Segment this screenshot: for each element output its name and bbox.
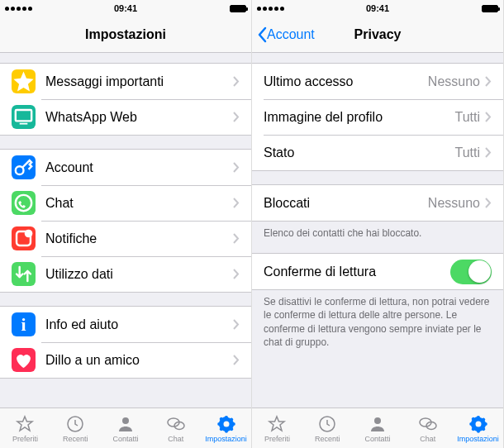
- cell-tell-friend[interactable]: Dillo a un amico: [0, 342, 251, 378]
- settings-group-2: Account Chat Notifiche: [0, 149, 251, 293]
- tab-label: Impostazioni: [205, 435, 247, 443]
- tab-chat[interactable]: Chat: [402, 408, 453, 448]
- nav-bar: Impostazioni: [0, 17, 251, 53]
- cell-label: Immagine del profilo: [264, 110, 454, 125]
- cell-label: Chat: [45, 196, 233, 211]
- tab-settings[interactable]: Impostazioni: [201, 408, 251, 448]
- cell-data-usage[interactable]: Utilizzo dati: [0, 256, 251, 292]
- tab-label: Impostazioni: [457, 435, 499, 443]
- cell-whatsapp-web[interactable]: WhatsApp Web: [0, 99, 251, 135]
- cell-account[interactable]: Account: [0, 150, 251, 185]
- chevron-right-icon: [233, 355, 240, 365]
- svg-rect-1: [20, 123, 28, 125]
- cell-profile-photo[interactable]: Immagine del profilo Tutti: [252, 99, 503, 135]
- tab-label: Contatti: [364, 435, 390, 443]
- tab-label: Preferiti: [12, 435, 38, 443]
- cell-label: Notifiche: [45, 231, 233, 246]
- chevron-right-icon: [233, 198, 240, 208]
- tab-label: Preferiti: [264, 435, 290, 443]
- chevron-right-icon: [233, 269, 240, 279]
- cell-value: Tutti: [454, 110, 480, 125]
- page-title: Privacy: [354, 27, 402, 42]
- notification-icon: [12, 226, 36, 250]
- status-time: 09:41: [114, 3, 137, 13]
- heart-icon: [12, 348, 36, 372]
- cell-last-seen[interactable]: Ultimo accesso Nessuno: [252, 64, 503, 99]
- battery-icon: [230, 5, 246, 12]
- chevron-right-icon: [233, 162, 240, 173]
- cell-status[interactable]: Stato Tutti: [252, 135, 503, 170]
- svg-point-14: [374, 417, 381, 424]
- cell-value: Nessuno: [428, 74, 480, 89]
- cell-starred-messages[interactable]: Messaggi importanti: [0, 64, 251, 99]
- chevron-right-icon: [233, 112, 240, 122]
- page-title: Impostazioni: [85, 27, 166, 42]
- tab-bar: Preferiti Recenti Contatti Chat Impostaz…: [252, 407, 503, 448]
- screen-settings: 09:41 Impostazioni Messaggi importanti W…: [0, 0, 252, 448]
- chevron-right-icon: [485, 198, 492, 208]
- status-bar: 09:41: [252, 0, 503, 17]
- star-icon: [12, 69, 36, 93]
- tab-favorites[interactable]: Preferiti: [252, 408, 302, 448]
- cell-value: Nessuno: [428, 196, 480, 211]
- tab-chat[interactable]: Chat: [150, 408, 201, 448]
- nav-bar: Account Privacy: [252, 17, 503, 53]
- cell-label: Bloccati: [264, 196, 428, 211]
- cell-label: Utilizzo dati: [45, 267, 233, 282]
- svg-point-12: [223, 421, 229, 427]
- tab-contacts[interactable]: Contatti: [353, 408, 403, 448]
- chevron-right-icon: [233, 319, 240, 330]
- cell-label: Dillo a un amico: [45, 353, 233, 368]
- tab-favorites[interactable]: Preferiti: [0, 408, 50, 448]
- tab-bar: Preferiti Recenti Contatti Chat Impostaz…: [0, 407, 251, 448]
- tab-recents[interactable]: Recenti: [50, 408, 101, 448]
- key-icon: [12, 155, 36, 179]
- screen-privacy: 09:41 Account Privacy Ultimo accesso Nes…: [252, 0, 504, 448]
- privacy-group-blocked: Bloccati Nessuno: [252, 184, 503, 222]
- chevron-right-icon: [233, 233, 240, 244]
- info-icon: i: [12, 312, 36, 336]
- tab-label: Recenti: [63, 435, 88, 443]
- chevron-right-icon: [485, 112, 492, 122]
- signal-dots-icon: [5, 7, 32, 11]
- tab-label: Chat: [168, 435, 183, 443]
- cell-label: WhatsApp Web: [45, 110, 233, 125]
- blocked-footer: Elenco dei contatti che hai bloccato.: [252, 222, 503, 240]
- cell-value: Tutti: [454, 145, 480, 160]
- settings-content: Messaggi importanti WhatsApp Web Account: [0, 53, 251, 407]
- svg-point-5: [25, 230, 33, 238]
- tab-settings[interactable]: Impostazioni: [453, 408, 503, 448]
- cell-label: Messaggi importanti: [45, 74, 233, 89]
- status-time: 09:41: [366, 3, 389, 13]
- cell-notifications[interactable]: Notifiche: [0, 221, 251, 256]
- read-receipts-switch[interactable]: [450, 260, 492, 284]
- signal-dots-icon: [257, 7, 284, 11]
- privacy-content: Ultimo accesso Nessuno Immagine del prof…: [252, 53, 503, 407]
- tab-contacts[interactable]: Contatti: [101, 408, 151, 448]
- chevron-right-icon: [485, 76, 492, 87]
- cell-blocked[interactable]: Bloccati Nessuno: [252, 185, 503, 221]
- svg-point-17: [475, 421, 481, 427]
- cell-info-help[interactable]: i Info ed aiuto: [0, 307, 251, 342]
- tab-label: Recenti: [315, 435, 340, 443]
- tab-recents[interactable]: Recenti: [302, 408, 353, 448]
- svg-point-2: [16, 166, 24, 174]
- back-button[interactable]: Account: [257, 26, 315, 43]
- svg-text:i: i: [21, 315, 26, 335]
- chevron-right-icon: [485, 147, 492, 158]
- whatsapp-icon: [12, 191, 36, 215]
- svg-point-3: [16, 195, 31, 211]
- cell-label: Conferme di lettura: [264, 265, 450, 279]
- arrows-icon: [12, 262, 36, 286]
- battery-icon: [482, 5, 498, 12]
- settings-group-3: i Info ed aiuto Dillo a un amico: [0, 306, 251, 379]
- svg-rect-0: [16, 110, 31, 121]
- cell-chat[interactable]: Chat: [0, 185, 251, 221]
- desktop-icon: [12, 105, 36, 129]
- tab-label: Chat: [420, 435, 435, 443]
- cell-label: Ultimo accesso: [264, 74, 428, 89]
- settings-group-1: Messaggi importanti WhatsApp Web: [0, 63, 251, 136]
- read-receipts-footer: Se disattivi le conferme di lettura, non…: [252, 290, 503, 349]
- cell-read-receipts: Conferme di lettura: [252, 254, 503, 289]
- cell-label: Account: [45, 160, 233, 175]
